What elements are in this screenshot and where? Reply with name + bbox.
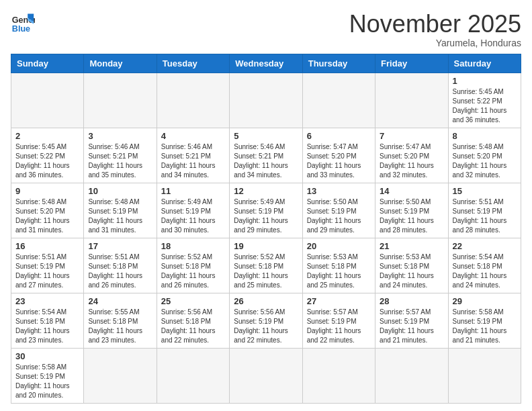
location-subtitle: Yarumela, Honduras [349,38,521,48]
day-info: Sunrise: 5:49 AM Sunset: 5:19 PM Dayligh… [161,197,225,235]
calendar-cell [375,348,448,403]
day-number: 28 [380,296,443,306]
day-number: 25 [161,296,225,306]
calendar-cell: 21Sunrise: 5:53 AM Sunset: 5:18 PM Dayli… [375,238,448,293]
day-header-friday: Friday [375,54,448,73]
day-info: Sunrise: 5:48 AM Sunset: 5:20 PM Dayligh… [15,197,79,235]
day-info: Sunrise: 5:51 AM Sunset: 5:19 PM Dayligh… [15,253,79,290]
day-info: Sunrise: 5:48 AM Sunset: 5:20 PM Dayligh… [453,142,517,180]
calendar-cell: 20Sunrise: 5:53 AM Sunset: 5:18 PM Dayli… [302,238,375,293]
calendar-cell [157,348,229,403]
day-number: 9 [15,186,79,196]
week-row-6: 30Sunrise: 5:58 AM Sunset: 5:19 PM Dayli… [11,348,521,403]
day-number: 17 [88,241,152,251]
day-number: 8 [453,131,517,141]
calendar-cell: 12Sunrise: 5:49 AM Sunset: 5:19 PM Dayli… [230,183,302,238]
day-info: Sunrise: 5:58 AM Sunset: 5:19 PM Dayligh… [453,308,517,345]
day-info: Sunrise: 5:46 AM Sunset: 5:21 PM Dayligh… [161,142,225,180]
day-number: 13 [307,186,371,196]
calendar-cell: 9Sunrise: 5:48 AM Sunset: 5:20 PM Daylig… [11,183,84,238]
day-info: Sunrise: 5:57 AM Sunset: 5:19 PM Dayligh… [380,308,443,345]
calendar-cell [375,73,448,128]
calendar-cell: 2Sunrise: 5:45 AM Sunset: 5:22 PM Daylig… [11,128,84,183]
day-number: 18 [161,241,225,251]
calendar-cell: 22Sunrise: 5:54 AM Sunset: 5:18 PM Dayli… [448,238,521,293]
day-info: Sunrise: 5:56 AM Sunset: 5:18 PM Dayligh… [161,308,225,345]
week-row-2: 2Sunrise: 5:45 AM Sunset: 5:22 PM Daylig… [11,128,521,183]
calendar-cell: 27Sunrise: 5:57 AM Sunset: 5:19 PM Dayli… [302,293,375,348]
calendar-cell: 14Sunrise: 5:50 AM Sunset: 5:19 PM Dayli… [375,183,448,238]
calendar-table: SundayMondayTuesdayWednesdayThursdayFrid… [11,54,521,404]
day-header-thursday: Thursday [302,54,375,73]
day-info: Sunrise: 5:48 AM Sunset: 5:19 PM Dayligh… [88,197,152,235]
day-info: Sunrise: 5:52 AM Sunset: 5:18 PM Dayligh… [161,253,225,290]
logo: General Blue [11,11,35,35]
day-number: 2 [15,131,79,141]
day-number: 16 [15,241,79,251]
calendar-cell: 6Sunrise: 5:47 AM Sunset: 5:20 PM Daylig… [302,128,375,183]
calendar-cell [230,73,302,128]
day-info: Sunrise: 5:50 AM Sunset: 5:19 PM Dayligh… [307,197,371,235]
day-info: Sunrise: 5:45 AM Sunset: 5:22 PM Dayligh… [15,142,79,180]
day-info: Sunrise: 5:57 AM Sunset: 5:19 PM Dayligh… [307,308,371,345]
calendar-cell [157,73,229,128]
calendar-cell: 8Sunrise: 5:48 AM Sunset: 5:20 PM Daylig… [448,128,521,183]
day-number: 1 [453,76,517,86]
calendar-cell [448,348,521,403]
day-number: 14 [380,186,443,196]
calendar-cell: 28Sunrise: 5:57 AM Sunset: 5:19 PM Dayli… [375,293,448,348]
day-number: 29 [453,296,517,306]
calendar-cell [84,73,157,128]
days-header-row: SundayMondayTuesdayWednesdayThursdayFrid… [11,54,521,73]
calendar-cell: 29Sunrise: 5:58 AM Sunset: 5:19 PM Dayli… [448,293,521,348]
day-header-saturday: Saturday [448,54,521,73]
day-number: 3 [88,131,152,141]
day-info: Sunrise: 5:55 AM Sunset: 5:18 PM Dayligh… [88,308,152,345]
day-info: Sunrise: 5:54 AM Sunset: 5:18 PM Dayligh… [453,253,517,290]
day-header-monday: Monday [84,54,157,73]
calendar-cell: 1Sunrise: 5:45 AM Sunset: 5:22 PM Daylig… [448,73,521,128]
day-info: Sunrise: 5:50 AM Sunset: 5:19 PM Dayligh… [380,197,443,235]
day-number: 15 [453,186,517,196]
svg-text:Blue: Blue [12,24,30,34]
week-row-5: 23Sunrise: 5:54 AM Sunset: 5:18 PM Dayli… [11,293,521,348]
page-header: General Blue November 2025 Yarumela, Hon… [11,11,521,48]
calendar-cell: 24Sunrise: 5:55 AM Sunset: 5:18 PM Dayli… [84,293,157,348]
day-number: 23 [15,296,79,306]
calendar-cell: 23Sunrise: 5:54 AM Sunset: 5:18 PM Dayli… [11,293,84,348]
day-info: Sunrise: 5:49 AM Sunset: 5:19 PM Dayligh… [234,197,298,235]
day-number: 21 [380,241,443,251]
calendar-cell [84,348,157,403]
day-number: 7 [380,131,443,141]
calendar-cell: 18Sunrise: 5:52 AM Sunset: 5:18 PM Dayli… [157,238,229,293]
calendar-cell [11,73,84,128]
day-number: 12 [234,186,298,196]
day-info: Sunrise: 5:53 AM Sunset: 5:18 PM Dayligh… [307,253,371,290]
calendar-cell: 26Sunrise: 5:56 AM Sunset: 5:19 PM Dayli… [230,293,302,348]
day-number: 30 [15,351,79,361]
day-info: Sunrise: 5:47 AM Sunset: 5:20 PM Dayligh… [307,142,371,180]
day-info: Sunrise: 5:45 AM Sunset: 5:22 PM Dayligh… [453,87,517,125]
day-number: 10 [88,186,152,196]
calendar-cell [302,348,375,403]
day-number: 27 [307,296,371,306]
day-info: Sunrise: 5:58 AM Sunset: 5:19 PM Dayligh… [15,363,79,400]
day-info: Sunrise: 5:56 AM Sunset: 5:19 PM Dayligh… [234,308,298,345]
calendar-cell: 7Sunrise: 5:47 AM Sunset: 5:20 PM Daylig… [375,128,448,183]
day-number: 20 [307,241,371,251]
day-info: Sunrise: 5:51 AM Sunset: 5:18 PM Dayligh… [88,253,152,290]
calendar-cell: 16Sunrise: 5:51 AM Sunset: 5:19 PM Dayli… [11,238,84,293]
month-title: November 2025 [349,11,521,38]
calendar-cell [230,348,302,403]
day-number: 5 [234,131,298,141]
calendar-cell: 17Sunrise: 5:51 AM Sunset: 5:18 PM Dayli… [84,238,157,293]
day-header-sunday: Sunday [11,54,84,73]
calendar-cell: 19Sunrise: 5:52 AM Sunset: 5:18 PM Dayli… [230,238,302,293]
calendar-cell: 4Sunrise: 5:46 AM Sunset: 5:21 PM Daylig… [157,128,229,183]
day-info: Sunrise: 5:53 AM Sunset: 5:18 PM Dayligh… [380,253,443,290]
day-info: Sunrise: 5:47 AM Sunset: 5:20 PM Dayligh… [380,142,443,180]
day-header-wednesday: Wednesday [230,54,302,73]
calendar-cell [302,73,375,128]
day-info: Sunrise: 5:52 AM Sunset: 5:18 PM Dayligh… [234,253,298,290]
day-number: 26 [234,296,298,306]
